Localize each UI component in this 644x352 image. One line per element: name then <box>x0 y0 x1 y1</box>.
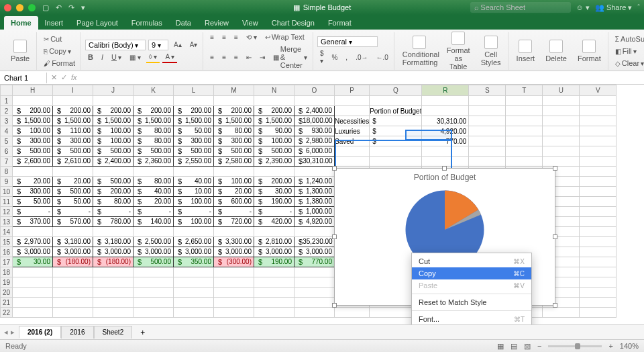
cell[interactable] <box>506 106 543 116</box>
cell[interactable] <box>580 177 616 187</box>
cell[interactable]: $ 90.00 <box>254 126 294 136</box>
cell[interactable]: $ 4,920.00 <box>294 217 335 227</box>
search-input[interactable]: ⌕ Search Sheet <box>470 2 571 13</box>
column-header[interactable]: V <box>580 85 616 96</box>
cell[interactable] <box>53 288 93 298</box>
column-header[interactable]: U <box>543 85 580 96</box>
cell[interactable] <box>469 146 506 157</box>
formula-bar[interactable] <box>81 77 644 79</box>
cell[interactable]: $ 2,650.00 <box>174 237 214 247</box>
cell[interactable]: $ 300.00 <box>53 136 93 146</box>
cell[interactable] <box>214 267 254 277</box>
cell[interactable]: November <box>214 96 254 106</box>
minimize-window-icon[interactable] <box>16 4 23 11</box>
cell[interactable]: $ 370.00 <box>13 217 53 227</box>
cell[interactable] <box>53 167 93 177</box>
cell[interactable]: $ 100.00 <box>174 197 214 207</box>
cell[interactable] <box>93 298 133 308</box>
cell[interactable] <box>53 277 93 288</box>
currency-icon[interactable]: $ ▾ <box>317 48 327 66</box>
chart-resize-handle[interactable] <box>553 303 557 308</box>
cell[interactable]: $ <box>370 116 422 126</box>
sheet-nav-first-icon[interactable]: ◂ <box>4 328 8 337</box>
cell[interactable]: $ 110.00 <box>53 126 93 136</box>
cell[interactable] <box>13 167 53 177</box>
cell[interactable]: $ 200.00 <box>93 187 133 197</box>
cell[interactable]: $ 50.00 <box>13 197 53 207</box>
cell[interactable] <box>543 146 580 157</box>
cell[interactable]: $ 300.00 <box>13 136 53 146</box>
cell[interactable] <box>469 157 506 167</box>
number-format-selector[interactable]: General ▾ <box>317 36 378 47</box>
cell[interactable] <box>580 207 616 217</box>
cell[interactable] <box>580 217 616 227</box>
column-header[interactable]: P <box>335 85 370 96</box>
cell[interactable]: $ 600.00 <box>214 197 254 207</box>
ribbon-tab-chart-design[interactable]: Chart Design <box>265 16 321 30</box>
cell[interactable]: $ - <box>214 207 254 217</box>
zoom-level[interactable]: 140% <box>620 342 639 350</box>
cell[interactable]: $ 3,000.00 <box>93 247 133 257</box>
cell[interactable] <box>580 277 616 288</box>
ribbon-tab-data[interactable]: Data <box>169 16 198 30</box>
add-sheet-button[interactable]: + <box>132 326 153 339</box>
cell[interactable]: $ 500.00 <box>53 187 93 197</box>
cell[interactable]: $ 2,500.00 <box>133 237 174 247</box>
cell[interactable]: $ 40.00 <box>174 177 214 187</box>
cancel-formula-icon[interactable]: ✕ <box>51 73 57 82</box>
align-center-icon[interactable]: ≡ <box>219 52 229 62</box>
sheet-tab[interactable]: Sheet2 <box>94 326 133 339</box>
cell[interactable] <box>294 298 335 308</box>
cell[interactable] <box>335 106 370 116</box>
cell[interactable] <box>174 288 214 298</box>
cell[interactable] <box>174 227 214 237</box>
cell[interactable]: $ 1,500.00 <box>13 116 53 126</box>
cell[interactable] <box>133 167 174 177</box>
cell[interactable]: $ 100.00 <box>254 136 294 146</box>
column-header[interactable]: O <box>294 85 335 96</box>
column-header[interactable]: R <box>422 85 469 96</box>
cell[interactable]: $ 40.00 <box>133 187 174 197</box>
ribbon-tab-format[interactable]: Format <box>321 16 358 30</box>
cell[interactable] <box>133 288 174 298</box>
cell[interactable]: $ 570.00 <box>53 217 93 227</box>
cell[interactable] <box>294 288 335 298</box>
cell[interactable] <box>93 288 133 298</box>
cell[interactable]: $ 770.00 <box>294 257 335 267</box>
cell[interactable]: $ 2,970.00 <box>13 237 53 247</box>
cell[interactable]: 4,920.00 <box>422 126 469 136</box>
increase-decimal-icon[interactable]: .0→ <box>353 52 370 62</box>
wrap-text-button[interactable]: ↩ Wrap Text <box>262 32 307 42</box>
chart-resize-handle[interactable] <box>332 234 337 239</box>
cell[interactable] <box>214 308 254 318</box>
cell[interactable] <box>53 267 93 277</box>
cell[interactable] <box>506 157 543 167</box>
cell[interactable] <box>422 96 469 106</box>
cell[interactable] <box>469 106 506 116</box>
cell[interactable] <box>580 267 616 277</box>
column-header[interactable]: I <box>53 85 93 96</box>
cell[interactable] <box>469 126 506 136</box>
decrease-indent-icon[interactable]: ⇤ <box>244 52 254 62</box>
cell[interactable]: $ 20.00 <box>53 177 93 187</box>
cell[interactable]: $ 80.00 <box>133 177 174 187</box>
cell[interactable]: $ 2,600.00 <box>13 157 53 167</box>
cell[interactable] <box>254 267 294 277</box>
cell[interactable] <box>13 308 53 318</box>
cell[interactable] <box>13 298 53 308</box>
cell[interactable] <box>580 146 616 157</box>
cell[interactable]: $ 200.00 <box>13 106 53 116</box>
decrease-font-icon[interactable]: A▾ <box>187 40 201 50</box>
cell[interactable]: $ 300.00 <box>214 136 254 146</box>
ribbon-tab-view[interactable]: View <box>235 16 265 30</box>
cell[interactable]: $ 2,610.00 <box>53 157 93 167</box>
cell[interactable]: $ 20.00 <box>214 187 254 197</box>
cell[interactable] <box>53 308 93 318</box>
cell[interactable]: $ 1,500.00 <box>254 116 294 126</box>
fill-button[interactable]: ◧ Fill ▾ <box>612 46 639 56</box>
cell[interactable] <box>469 96 506 106</box>
clear-button[interactable]: ◇ Clear ▾ <box>612 58 644 69</box>
cell[interactable]: $ <box>370 136 422 146</box>
cell[interactable]: $ 80.00 <box>133 136 174 146</box>
cell[interactable]: $ 100.00 <box>93 136 133 146</box>
